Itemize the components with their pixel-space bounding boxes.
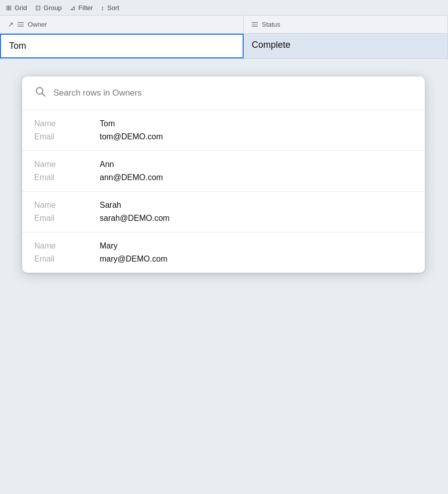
group-label: Group — [44, 4, 62, 12]
name-row: Name Ann — [34, 160, 413, 169]
owner-column-header[interactable]: ↗ Owner — [0, 16, 244, 33]
grid-header: ↗ Owner Status — [0, 15, 448, 34]
owner-record-3[interactable]: Name Mary Email mary@DEMO.com — [22, 232, 425, 273]
group-icon: ⊡ — [35, 4, 41, 12]
grid-button[interactable]: ⊞ Grid — [6, 4, 27, 12]
name-label: Name — [34, 160, 100, 169]
table-row: Tom Complete — [0, 34, 448, 59]
name-row: Name Tom — [34, 119, 413, 128]
owner-cell[interactable]: Tom — [0, 34, 244, 58]
name-label: Name — [34, 201, 100, 210]
owner-dropdown: Name Tom Email tom@DEMO.com Name Ann Ema… — [22, 76, 425, 273]
filter-button[interactable]: ⊿ Filter — [70, 4, 93, 12]
email-value: tom@DEMO.com — [100, 132, 163, 141]
filter-label: Filter — [79, 4, 93, 12]
name-value: Ann — [100, 160, 114, 169]
sort-arrow-icon: ↗ — [8, 21, 14, 28]
email-value: mary@DEMO.com — [100, 255, 167, 264]
email-value: ann@DEMO.com — [100, 173, 163, 182]
status-column-label: Status — [262, 21, 280, 28]
name-label: Name — [34, 241, 100, 251]
grid-label: Grid — [15, 4, 27, 12]
sort-button[interactable]: ↕ Sort — [101, 4, 119, 12]
filter-icon: ⊿ — [70, 4, 76, 12]
email-row: Email ann@DEMO.com — [34, 173, 413, 182]
name-value: Sarah — [100, 201, 121, 210]
top-bar: ⊞ Grid ⊡ Group ⊿ Filter ↕ Sort — [0, 0, 448, 15]
search-row — [22, 76, 425, 110]
owner-record-2[interactable]: Name Sarah Email sarah@DEMO.com — [22, 192, 425, 232]
email-label: Email — [34, 214, 100, 223]
owner-lines-icon — [18, 22, 24, 27]
owner-records-list: Name Tom Email tom@DEMO.com Name Ann Ema… — [22, 110, 425, 273]
owner-column-label: Owner — [28, 21, 47, 28]
svg-line-1 — [42, 94, 45, 97]
group-button[interactable]: ⊡ Group — [35, 4, 62, 12]
owner-value: Tom — [9, 41, 26, 51]
name-value: Tom — [100, 119, 115, 128]
name-value: Mary — [100, 241, 118, 251]
email-value: sarah@DEMO.com — [100, 214, 170, 223]
grid-icon: ⊞ — [6, 4, 12, 12]
status-column-header[interactable]: Status — [244, 16, 448, 33]
name-row: Name Sarah — [34, 201, 413, 210]
status-value: Complete — [252, 40, 290, 50]
email-row: Email mary@DEMO.com — [34, 255, 413, 264]
email-row: Email sarah@DEMO.com — [34, 214, 413, 223]
sort-label: Sort — [107, 4, 119, 12]
search-input[interactable] — [53, 88, 413, 98]
email-row: Email tom@DEMO.com — [34, 132, 413, 141]
status-lines-icon — [252, 22, 258, 27]
status-cell[interactable]: Complete — [244, 34, 448, 58]
name-row: Name Mary — [34, 241, 413, 251]
name-label: Name — [34, 119, 100, 128]
email-label: Email — [34, 173, 100, 182]
search-icon — [34, 86, 46, 101]
owner-record-0[interactable]: Name Tom Email tom@DEMO.com — [22, 110, 425, 151]
owner-record-1[interactable]: Name Ann Email ann@DEMO.com — [22, 151, 425, 192]
sort-icon: ↕ — [101, 4, 105, 12]
email-label: Email — [34, 132, 100, 141]
grid-container: ↗ Owner Status Tom Complete — [0, 15, 448, 59]
email-label: Email — [34, 255, 100, 264]
